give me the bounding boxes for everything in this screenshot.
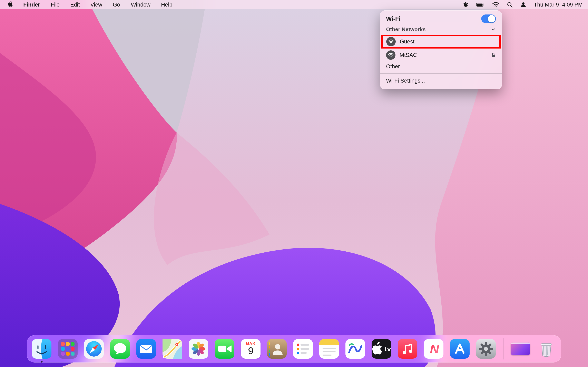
dock-calendar-icon[interactable]: MAR 9 (241, 339, 260, 359)
menu-file[interactable]: File (45, 2, 65, 8)
spotlight-icon[interactable] (507, 2, 513, 8)
menu-help[interactable]: Help (156, 2, 178, 8)
dock-launchpad-icon[interactable] (58, 339, 78, 359)
menu-date: Thu Mar 9 (534, 2, 559, 8)
dock-photos-icon[interactable] (189, 339, 208, 359)
dock-trash-icon[interactable] (536, 339, 556, 359)
network-name: Guest (400, 39, 415, 45)
menu-time: 4:09 PM (562, 2, 583, 8)
other-networks-header[interactable]: Other Networks (380, 25, 502, 34)
dock-divider (503, 338, 503, 359)
wifi-toggle-knob (488, 15, 495, 22)
calendar-month-label: MAR (246, 341, 256, 346)
other-network-item[interactable]: Other... (380, 61, 502, 72)
dock-finder-icon[interactable] (32, 339, 52, 359)
dock-freeform-icon[interactable] (346, 339, 365, 359)
svg-text:N: N (430, 342, 439, 356)
menu-divider (380, 73, 502, 74)
wifi-signal-icon (386, 37, 396, 46)
dock-news-icon[interactable]: N (424, 339, 443, 359)
menu-go[interactable]: Go (108, 2, 126, 8)
battery-icon[interactable] (476, 2, 485, 7)
window-preview-titlebar (511, 342, 530, 344)
dock-app-store-icon[interactable] (450, 339, 470, 359)
wifi-toggle[interactable] (481, 15, 496, 23)
wifi-menu-title: Wi-Fi (386, 16, 401, 22)
wifi-signal-icon (386, 50, 396, 60)
wifi-menu-panel: Wi-Fi Other Networks Guest (380, 10, 502, 89)
dock-apple-tv-icon[interactable]: tv (372, 339, 391, 359)
dock-maps-icon[interactable] (163, 339, 182, 359)
annotation-box: Guest (381, 35, 501, 49)
dock-facetime-icon[interactable] (215, 339, 234, 359)
dock-system-settings-icon[interactable] (476, 339, 496, 359)
network-row-mtsac[interactable]: MtSAC (380, 49, 502, 61)
network-name: MtSAC (399, 52, 417, 58)
network-row-guest[interactable]: Guest (383, 36, 499, 47)
lock-icon (491, 52, 496, 58)
menu-window[interactable]: Window (126, 2, 156, 8)
dock-music-icon[interactable] (398, 339, 417, 359)
wifi-settings-label: Wi-Fi Settings... (386, 78, 425, 84)
apple-tv-label: tv (385, 345, 391, 353)
menu-edit[interactable]: Edit (65, 2, 85, 8)
dock-window-preview[interactable] (511, 342, 530, 355)
dock-contacts-icon[interactable] (267, 339, 287, 359)
menu-app-name[interactable]: Finder (18, 2, 45, 8)
wifi-icon[interactable] (492, 2, 499, 8)
wifi-settings-item[interactable]: Wi-Fi Settings... (380, 75, 502, 86)
menu-bar: Finder File Edit View Go Window Help (0, 0, 588, 9)
menu-extra-icon[interactable] (462, 2, 469, 8)
dock-mail-icon[interactable] (136, 339, 156, 359)
menu-clock[interactable]: Thu Mar 9 4:09 PM (534, 2, 583, 8)
chevron-down-icon[interactable] (491, 27, 496, 32)
apple-menu[interactable] (5, 1, 18, 9)
apple-logo-icon (8, 1, 13, 9)
dock-notes-icon[interactable] (319, 339, 339, 359)
other-network-label: Other... (386, 63, 404, 70)
dock-safari-icon[interactable] (84, 339, 104, 359)
dock: MAR 9 (27, 335, 561, 363)
calendar-day-label: 9 (248, 346, 254, 356)
menu-view[interactable]: View (85, 2, 108, 8)
dock-reminders-icon[interactable] (293, 339, 313, 359)
running-indicator-dot (41, 361, 43, 363)
other-networks-label: Other Networks (386, 26, 426, 33)
dock-messages-icon[interactable] (110, 339, 130, 359)
user-icon[interactable] (520, 2, 526, 8)
